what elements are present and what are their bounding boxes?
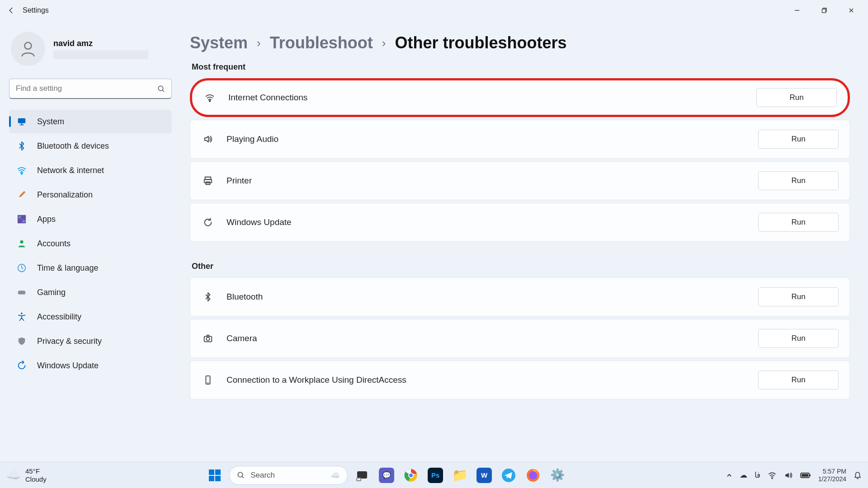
nav-item-label: Bluetooth & devices [37,141,109,151]
onedrive-icon[interactable]: ☁ [740,470,747,480]
minimize-button[interactable] [784,2,810,19]
file-explorer-icon[interactable]: 📁 [450,465,470,485]
chrome-icon[interactable] [401,465,421,485]
tray-overflow-icon[interactable] [726,472,732,479]
apps-icon [16,214,27,225]
svg-rect-44 [810,474,811,476]
nav-item-personalization[interactable]: Personalization [9,183,172,206]
tray-date: 1/27/2024 [818,475,846,483]
language-indicator[interactable]: فا [755,470,760,480]
settings-taskbar-icon[interactable]: ⚙️ [547,465,567,485]
troubleshooter-label: Printer [226,176,252,186]
camera-icon [201,332,215,345]
svg-rect-43 [802,474,808,477]
titlebar: Settings [0,0,868,21]
nav-item-system[interactable]: System [9,110,172,133]
run-button[interactable]: Run [758,213,839,232]
nav-item-accounts[interactable]: Accounts [9,232,172,255]
system-tray: ☁ فا 5:57 PM 1/27/2024 [726,468,862,482]
back-button[interactable] [4,3,19,18]
wifi-icon [203,91,217,104]
user-email-redacted [53,50,148,59]
volume-tray-icon[interactable] [784,471,793,480]
nav-item-label: Network & internet [37,166,104,175]
breadcrumb-troubleshoot[interactable]: Troubleshoot [270,33,373,52]
svg-rect-11 [18,216,21,219]
troubleshooter-card-windows-update: Windows UpdateRun [190,203,850,242]
nav-item-bluetooth-devices[interactable]: Bluetooth & devices [9,134,172,158]
svg-point-5 [158,86,163,91]
firefox-icon[interactable] [523,465,543,485]
phone-icon [201,373,215,387]
avatar [11,32,45,66]
svg-rect-30 [215,476,221,481]
nav-item-label: Time & language [37,263,98,273]
teams-icon[interactable]: 💬 [377,465,396,485]
telegram-icon[interactable] [499,465,519,485]
troubleshooter-label: Internet Connections [228,93,307,103]
run-button[interactable]: Run [758,130,839,149]
taskbar-search[interactable]: Search ☁️ [229,466,348,485]
maximize-button[interactable] [811,2,837,19]
weather-condition: Cloudy [25,475,47,483]
task-view-button[interactable] [352,465,372,485]
nav-item-time-language[interactable]: Time & language [9,256,172,280]
run-button[interactable]: Run [758,371,839,389]
svg-line-32 [242,476,244,478]
svg-point-15 [20,240,23,244]
svg-rect-17 [18,291,26,294]
nav-item-label: Gaming [37,288,66,297]
section-title-most-frequent: Most frequent [192,62,850,72]
svg-line-6 [162,90,164,92]
svg-rect-27 [209,469,214,475]
shield-icon [16,336,27,347]
svg-point-31 [238,472,243,477]
weather-icon: ☁️ [6,468,21,482]
clock[interactable]: 5:57 PM 1/27/2024 [818,468,846,482]
nav-item-apps[interactable]: Apps [9,207,172,231]
run-button[interactable]: Run [758,171,839,190]
gamepad-icon [16,287,27,298]
bluetooth-icon [201,290,215,304]
weather-widget[interactable]: ☁️ 45°F Cloudy [6,467,47,483]
nav-item-label: System [37,117,64,127]
nav-item-windows-update[interactable]: Windows Update [9,354,172,377]
photoshop-icon[interactable]: Ps [425,465,445,485]
chevron-right-icon: › [382,36,386,50]
wifi-icon [16,165,27,176]
cloud-icon: ☁️ [330,470,340,480]
close-button[interactable] [838,2,864,19]
wifi-tray-icon[interactable] [768,471,777,480]
start-button[interactable] [205,465,225,485]
troubleshooter-card-bluetooth: BluetoothRun [190,277,850,316]
person-icon [16,238,27,249]
svg-point-10 [21,173,23,174]
user-profile[interactable]: navid amz [11,32,172,66]
svg-point-4 [25,42,32,49]
svg-rect-34 [357,478,361,481]
chevron-right-icon: › [257,36,261,50]
svg-rect-13 [18,220,21,223]
svg-rect-33 [358,472,367,478]
run-button[interactable]: Run [758,287,839,306]
run-button[interactable]: Run [756,88,837,107]
search-icon [157,85,165,93]
word-icon[interactable]: W [474,465,494,485]
breadcrumb-system[interactable]: System [190,33,248,52]
troubleshooter-label: Connection to a Workplace Using DirectAc… [226,375,406,385]
nav-item-network-internet[interactable]: Network & internet [9,159,172,182]
svg-rect-7 [18,118,26,123]
main-content: System›Troubleshoot›Other troubleshooter… [181,21,868,462]
notifications-icon[interactable] [854,471,862,479]
run-button[interactable]: Run [758,329,839,348]
troubleshooter-card-playing-audio: Playing AudioRun [190,120,850,159]
nav-item-gaming[interactable]: Gaming [9,281,172,304]
search-input[interactable] [9,79,172,99]
nav-item-accessibility[interactable]: Accessibility [9,305,172,328]
troubleshooter-label: Bluetooth [226,292,263,302]
svg-point-18 [21,313,23,314]
brush-icon [16,189,27,200]
battery-tray-icon[interactable] [800,472,811,479]
nav-item-privacy-security[interactable]: Privacy & security [9,329,172,353]
search-container [9,79,172,99]
